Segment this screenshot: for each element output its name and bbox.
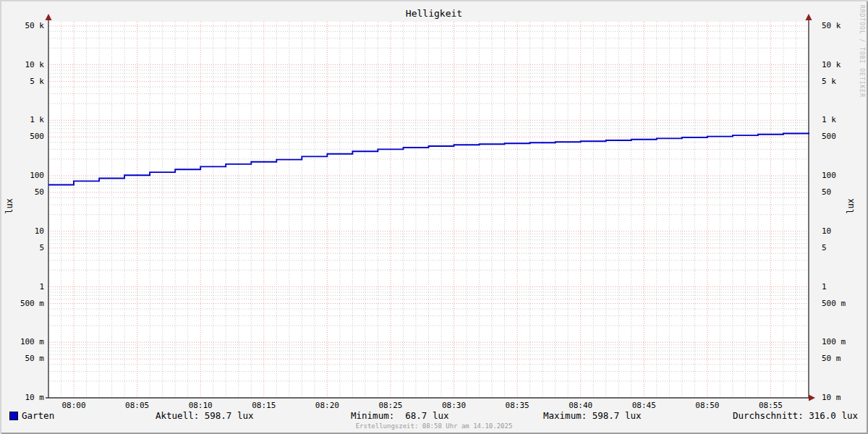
y-axis-tick-label: 500 xyxy=(0,132,44,141)
x-axis-arrow xyxy=(809,395,815,401)
rrdtool-graph: Helligkeit lux lux RRDTOOL / TOBI OETIKE… xyxy=(0,0,868,434)
y-axis-tick-label: 100 m xyxy=(0,337,44,346)
y-axis-tick-label: 50 xyxy=(822,187,866,197)
y-axis-tick-label: 500 xyxy=(822,132,866,141)
y-axis-tick-label: 1 xyxy=(0,282,44,292)
y-axis-tick-label: 50 xyxy=(0,187,44,197)
y-axis-label-left: lux xyxy=(4,198,14,214)
y-axis-tick-label: 10 k xyxy=(0,60,44,69)
x-axis-tick-label: 08:50 xyxy=(685,401,730,410)
y-axis-tick-label: 5 xyxy=(0,243,44,252)
x-axis-tick-label: 08:55 xyxy=(748,401,793,410)
legend-label-garten: Garten xyxy=(22,410,54,421)
stat-maximum: Maximum: 598.7 lux xyxy=(543,410,641,421)
y-axis-tick-label: 1 xyxy=(822,282,866,292)
y-axis-tick-label: 10 xyxy=(0,226,44,236)
y-axis-tick-label: 5 k xyxy=(822,77,866,86)
x-axis-tick-label: 08:45 xyxy=(621,401,666,410)
stat-aktuell: Aktuell: 598.7 lux xyxy=(156,410,253,421)
x-axis-tick-label: 08:15 xyxy=(242,401,286,410)
y-axis-tick-label: 5 xyxy=(822,243,866,252)
x-axis-tick-label: 08:40 xyxy=(558,401,603,410)
y-axis-tick-label: 10 m xyxy=(0,393,44,402)
legend-swatch-garten xyxy=(9,412,18,420)
y-axis-tick-label: 500 m xyxy=(822,299,866,308)
y-axis-tick-label: 50 m xyxy=(822,354,866,363)
x-axis-tick-label: 08:25 xyxy=(368,401,413,410)
y-axis-tick-label: 5 k xyxy=(0,77,44,86)
y-axis-tick-label: 10 xyxy=(822,226,866,236)
y-axis-tick-label: 10 k xyxy=(822,60,866,69)
plot-area xyxy=(0,0,868,434)
y-axis-tick-label: 100 m xyxy=(822,337,866,346)
chart-title: Helligkeit xyxy=(0,8,868,19)
y-axis-label-right: lux xyxy=(846,198,856,214)
y-axis-tick-label: 10 m xyxy=(822,393,866,402)
x-axis-tick-label: 08:35 xyxy=(495,401,540,410)
y-axis-tick-label: 1 k xyxy=(0,115,44,124)
stat-durchschnitt: Durchschnitt: 316.0 lux xyxy=(733,410,858,421)
y-axis-tick-label: 50 k xyxy=(0,21,44,30)
x-axis-tick-label: 08:10 xyxy=(178,401,223,410)
x-axis-tick-label: 08:05 xyxy=(115,401,160,410)
x-axis-tick-label: 08:00 xyxy=(51,401,96,410)
y-axis-tick-label: 50 k xyxy=(822,21,866,30)
y-axis-tick-label: 50 m xyxy=(0,354,44,363)
stat-minimum: Minimum: 68.7 lux xyxy=(351,410,448,421)
y-axis-tick-label: 100 xyxy=(822,171,866,180)
y-axis-tick-label: 100 xyxy=(0,171,44,180)
x-axis-tick-label: 08:30 xyxy=(432,401,477,410)
y-axis-tick-label: 500 m xyxy=(0,299,44,308)
x-axis-tick-label: 08:20 xyxy=(305,401,349,410)
creation-timestamp: Erstellungszeit: 08:58 Uhr am 14.10.2025 xyxy=(0,422,868,430)
y-axis-tick-label: 1 k xyxy=(822,115,866,124)
